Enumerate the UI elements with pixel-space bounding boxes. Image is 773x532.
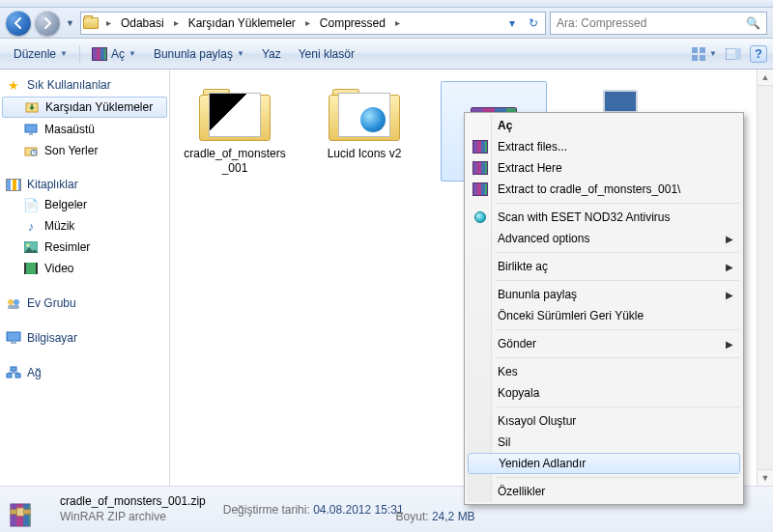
folder-item[interactable]: cradle_of_monsters_001 [182, 81, 288, 182]
sidebar-label: Video [44, 262, 73, 275]
context-menu-separator [496, 329, 739, 330]
breadcrumb-segment[interactable]: Odabasi [115, 13, 170, 34]
address-bar[interactable]: ▸ Odabasi ▸ Karşıdan Yüklemeler ▸ Compre… [80, 12, 546, 35]
chevron-right-icon[interactable]: ▸ [393, 17, 402, 28]
rar-icon [472, 159, 489, 177]
context-menu-item[interactable]: Bununla paylaş▶ [467, 284, 741, 305]
scroll-down-arrow[interactable]: ▼ [758, 469, 773, 486]
context-menu-item[interactable]: Aç [467, 115, 741, 136]
context-menu-item[interactable]: Yeniden Adlandır [468, 453, 740, 474]
submenu-arrow-icon: ▶ [726, 339, 733, 350]
vertical-scrollbar[interactable]: ▲ ▼ [757, 70, 773, 486]
context-menu-item[interactable]: Sil [467, 432, 741, 453]
context-menu-item[interactable]: Kes [467, 361, 741, 382]
context-menu-item[interactable]: Birlikte aç▶ [467, 256, 741, 277]
context-menu-item[interactable]: Scan with ESET NOD32 Antivirus [467, 207, 741, 228]
context-menu-item[interactable]: Özellikler [467, 481, 741, 502]
context-menu-item[interactable]: Kısayol Oluştur [467, 410, 741, 432]
context-menu-label: Extract Here [498, 161, 562, 175]
preview-pane-button[interactable] [721, 43, 746, 65]
video-icon [23, 261, 39, 276]
context-menu-item[interactable]: Gönder▶ [467, 333, 741, 354]
sidebar-item-pictures[interactable]: Resimler [0, 238, 169, 257]
chevron-down-icon[interactable]: ▾ [502, 14, 522, 33]
sidebar-favorites-header[interactable]: ★ Sık Kullanılanlar [0, 75, 169, 95]
sidebar-computer[interactable]: Bilgisayar [0, 328, 169, 348]
context-menu-separator [496, 477, 739, 478]
context-menu-label: Kısayol Oluştur [498, 414, 576, 428]
context-menu-label: Özellikler [498, 485, 545, 498]
context-menu-label: Kopyala [498, 386, 539, 400]
sidebar-label: Resimler [44, 240, 90, 254]
context-menu: AçExtract files...Extract HereExtract to… [464, 112, 744, 505]
svg-rect-19 [7, 332, 20, 341]
organize-menu[interactable]: Düzenle▼ [6, 43, 75, 65]
nav-history-dropdown[interactable]: ▼ [64, 18, 76, 28]
svg-rect-14 [24, 263, 26, 274]
share-menu[interactable]: Bununla paylaş▼ [146, 43, 252, 65]
context-menu-item[interactable]: Extract Here [467, 157, 741, 179]
help-button[interactable]: ? [750, 45, 767, 63]
burn-button[interactable]: Yaz [254, 43, 289, 65]
submenu-arrow-icon: ▶ [726, 290, 733, 300]
context-menu-label: Birlikte aç [498, 260, 548, 273]
svg-point-12 [27, 244, 30, 247]
svg-rect-23 [11, 367, 16, 371]
context-menu-item[interactable]: Extract files... [467, 136, 741, 157]
sidebar-item-recent[interactable]: Son Yerler [0, 141, 169, 160]
breadcrumb-segment[interactable]: Compressed [314, 13, 391, 34]
sidebar-label: Kitaplıklar [27, 178, 78, 191]
sidebar-item-video[interactable]: Video [0, 259, 169, 278]
svg-point-17 [14, 299, 19, 305]
open-menu[interactable]: Aç▼ [84, 43, 144, 65]
toolbar-label: Yeni klasör [299, 47, 355, 61]
window-titlebar [0, 0, 773, 8]
context-menu-label: Kes [498, 365, 518, 378]
svg-rect-3 [700, 55, 705, 61]
folder-item[interactable]: Lucid Icons v2 [311, 81, 417, 182]
details-modified-value: 04.08.2012 15:31 [313, 503, 403, 517]
chevron-right-icon[interactable]: ▸ [104, 17, 113, 28]
nav-back-button[interactable] [6, 11, 31, 36]
sidebar-item-downloads[interactable]: Karşıdan Yüklemeler [2, 97, 167, 118]
context-menu-separator [496, 252, 739, 253]
scroll-up-arrow[interactable]: ▲ [758, 70, 773, 86]
sidebar-label: Bilgisayar [27, 331, 77, 345]
sidebar-item-desktop[interactable]: Masaüstü [0, 120, 169, 139]
nav-forward-button[interactable] [35, 11, 60, 36]
svg-rect-13 [24, 263, 38, 274]
details-filename: cradle_of_monsters_001.zip [60, 494, 206, 510]
rar-icon [92, 47, 107, 61]
download-icon [24, 99, 40, 115]
context-menu-item[interactable]: Extract to cradle_of_monsters_001\ [467, 179, 741, 200]
context-menu-item[interactable]: Advanced options▶ [467, 228, 741, 249]
sidebar-item-music[interactable]: ♪ Müzik [0, 216, 169, 236]
context-menu-label: Advanced options [498, 232, 589, 245]
sidebar-item-documents[interactable]: 📄 Belgeler [0, 195, 169, 214]
search-placeholder: Ara: Compressed [557, 16, 646, 30]
context-menu-label: Önceki Sürümleri Geri Yükle [498, 309, 644, 322]
view-options-button[interactable]: ▼ [692, 43, 717, 65]
context-menu-item[interactable]: Kopyala [467, 382, 741, 404]
refresh-icon[interactable]: ↻ [524, 14, 543, 33]
context-menu-label: Sil [498, 435, 510, 449]
chevron-right-icon[interactable]: ▸ [303, 17, 312, 28]
svg-rect-2 [692, 55, 698, 61]
star-icon: ★ [6, 77, 21, 93]
search-input[interactable]: Ara: Compressed 🔍 [550, 12, 767, 35]
svg-rect-7 [25, 125, 37, 132]
sidebar-libraries-header[interactable]: Kitaplıklar [0, 176, 169, 193]
svg-point-16 [8, 299, 14, 305]
sidebar-homegroup[interactable]: Ev Grubu [0, 294, 169, 313]
folder-icon [199, 87, 271, 141]
sidebar-network[interactable]: Ağ [0, 363, 169, 382]
chevron-right-icon[interactable]: ▸ [172, 17, 181, 28]
details-size-value: 24,2 MB [432, 510, 475, 523]
folder-icon [83, 17, 99, 29]
breadcrumb-segment[interactable]: Karşıdan Yüklemeler [183, 13, 301, 34]
context-menu-label: Extract files... [498, 140, 567, 154]
context-menu-item[interactable]: Önceki Sürümleri Geri Yükle [467, 305, 741, 326]
new-folder-button[interactable]: Yeni klasör [291, 43, 362, 65]
sidebar-label: Masaüstü [44, 123, 95, 136]
file-label: cradle_of_monsters_001 [184, 147, 286, 176]
